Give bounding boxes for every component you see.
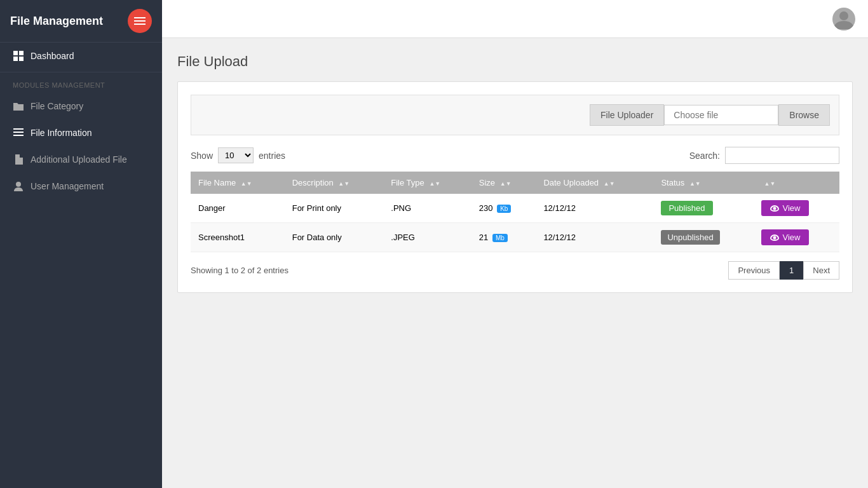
list-icon [13, 127, 24, 139]
sidebar-item-file-category[interactable]: File Category [0, 93, 162, 119]
page-1-button[interactable]: 1 [780, 261, 803, 280]
status-badge-published: Published [661, 201, 712, 215]
col-header-size[interactable]: Size ▲▼ [471, 172, 536, 194]
view-button-row2[interactable]: View [761, 229, 809, 245]
choose-file-input[interactable] [664, 105, 778, 125]
sidebar-item-label-file-category: File Category [31, 101, 83, 111]
sidebar-item-additional-uploaded-file[interactable]: Additional Uploaded File [0, 146, 162, 173]
svg-rect-1 [19, 51, 24, 55]
sort-icon-description: ▲▼ [338, 181, 349, 187]
size-badge-mb: Mb [492, 234, 508, 242]
svg-rect-5 [13, 132, 24, 133]
cell-status: Published [653, 194, 754, 223]
user-icon [13, 180, 24, 192]
col-header-status[interactable]: Status ▲▼ [653, 172, 754, 194]
table-row: Screenshot1 For Data only .JPEG 21 Mb 12… [191, 223, 839, 252]
sidebar: File Management Dashboard MODULES MANAGE… [0, 0, 162, 488]
search-input[interactable] [725, 147, 839, 164]
sidebar-item-label-additional-uploaded-file: Additional Uploaded File [31, 154, 127, 165]
col-header-description[interactable]: Description ▲▼ [285, 172, 384, 194]
sort-icon-date-uploaded: ▲▼ [604, 181, 615, 187]
cell-description: For Data only [285, 223, 384, 252]
svg-rect-2 [13, 57, 18, 61]
cell-size: 21 Mb [471, 223, 536, 252]
uploader-area: File Uploader Browse [191, 95, 839, 135]
eye-icon-row2 [770, 234, 779, 241]
cell-size: 230 Kb [471, 194, 536, 223]
search-area: Search: [689, 147, 839, 164]
svg-rect-6 [13, 135, 24, 136]
sort-icon-file-type: ▲▼ [429, 181, 440, 187]
cell-status: Unpublished [653, 223, 754, 252]
sidebar-item-file-information[interactable]: File Information [0, 119, 162, 146]
pagination-controls: Previous 1 Next [728, 261, 839, 280]
svg-point-9 [839, 11, 848, 20]
content-card: File Uploader Browse Show 10 25 50 100 e… [177, 81, 853, 293]
svg-point-7 [16, 182, 21, 187]
sort-icon-file-name: ▲▼ [241, 181, 252, 187]
sidebar-item-label-dashboard: Dashboard [31, 51, 74, 61]
svg-rect-3 [19, 57, 24, 61]
sidebar-section-label: MODULES MANAGEMENT [0, 72, 162, 93]
sidebar-item-user-management[interactable]: User Management [0, 173, 162, 200]
app-title: File Management [10, 15, 121, 28]
browse-button[interactable]: Browse [778, 104, 830, 126]
sort-icon-status: ▲▼ [689, 181, 701, 187]
entries-label: entries [259, 151, 285, 161]
sort-icon-size: ▲▼ [500, 181, 512, 187]
avatar [832, 8, 855, 30]
folder-icon [13, 100, 24, 112]
search-label: Search: [689, 151, 720, 161]
file-uploader-button[interactable]: File Uploader [590, 104, 664, 126]
col-header-actions: ▲▼ [754, 172, 839, 194]
table-header-row: File Name ▲▼ Description ▲▼ File Type ▲▼… [191, 172, 839, 194]
col-header-file-type[interactable]: File Type ▲▼ [383, 172, 471, 194]
svg-rect-0 [13, 51, 18, 55]
cell-actions: View [754, 194, 839, 223]
dashboard-icon [13, 50, 24, 62]
show-entries-control: Show 10 25 50 100 entries [191, 147, 285, 163]
status-badge-unpublished: Unpublished [661, 230, 719, 245]
table-controls: Show 10 25 50 100 entries Search: [191, 147, 839, 164]
show-label: Show [191, 151, 213, 161]
hamburger-icon [134, 20, 146, 22]
cell-actions: View [754, 223, 839, 252]
cell-date-uploaded: 12/12/12 [536, 223, 653, 252]
sidebar-header: File Management [0, 0, 162, 43]
cell-date-uploaded: 12/12/12 [536, 194, 653, 223]
view-button-row1[interactable]: View [761, 200, 809, 216]
previous-button[interactable]: Previous [728, 261, 780, 280]
cell-file-type: .JPEG [383, 223, 471, 252]
sort-icon-actions: ▲▼ [764, 181, 775, 187]
entries-select[interactable]: 10 25 50 100 [218, 147, 254, 163]
cell-file-type: .PNG [383, 194, 471, 223]
size-badge-kb: Kb [497, 205, 511, 213]
file-icon [13, 154, 24, 165]
svg-rect-4 [13, 128, 24, 130]
menu-toggle-button[interactable] [128, 9, 152, 33]
cell-file-name: Danger [191, 194, 285, 223]
table-body: Danger For Print only .PNG 230 Kb 12/12/… [191, 194, 839, 252]
table-row: Danger For Print only .PNG 230 Kb 12/12/… [191, 194, 839, 223]
topbar [162, 0, 868, 38]
sidebar-item-label-user-management: User Management [31, 181, 104, 191]
cell-description: For Print only [285, 194, 384, 223]
page-title: File Upload [177, 53, 853, 70]
pagination-area: Showing 1 to 2 of 2 entries Previous 1 N… [191, 261, 839, 280]
main-content: File Upload File Uploader Browse Show 10… [162, 38, 868, 488]
sidebar-item-label-file-information: File Information [31, 128, 92, 138]
eye-icon-row1 [770, 205, 779, 212]
cell-file-name: Screenshot1 [191, 223, 285, 252]
col-header-date-uploaded[interactable]: Date Uploaded ▲▼ [536, 172, 653, 194]
next-button[interactable]: Next [803, 261, 839, 280]
sidebar-item-dashboard[interactable]: Dashboard [0, 43, 162, 69]
showing-text: Showing 1 to 2 of 2 entries [191, 266, 288, 275]
col-header-file-name[interactable]: File Name ▲▼ [191, 172, 285, 194]
data-table: File Name ▲▼ Description ▲▼ File Type ▲▼… [191, 172, 839, 252]
